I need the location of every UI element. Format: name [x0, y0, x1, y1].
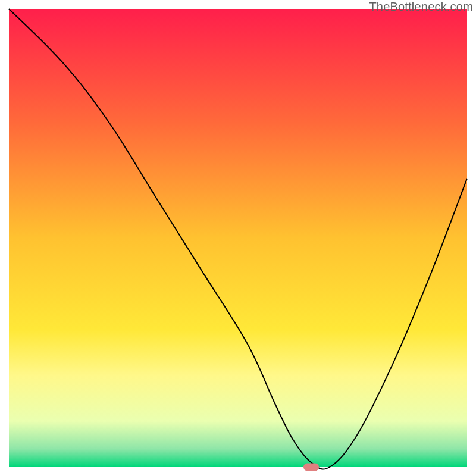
bottleneck-curve-path [9, 9, 467, 469]
curve-layer [9, 9, 467, 467]
watermark-text: TheBottleneck.com [369, 0, 473, 14]
optimal-point-marker [303, 464, 319, 471]
bottleneck-chart: TheBottleneck.com [0, 0, 476, 476]
plot-area [9, 9, 467, 467]
